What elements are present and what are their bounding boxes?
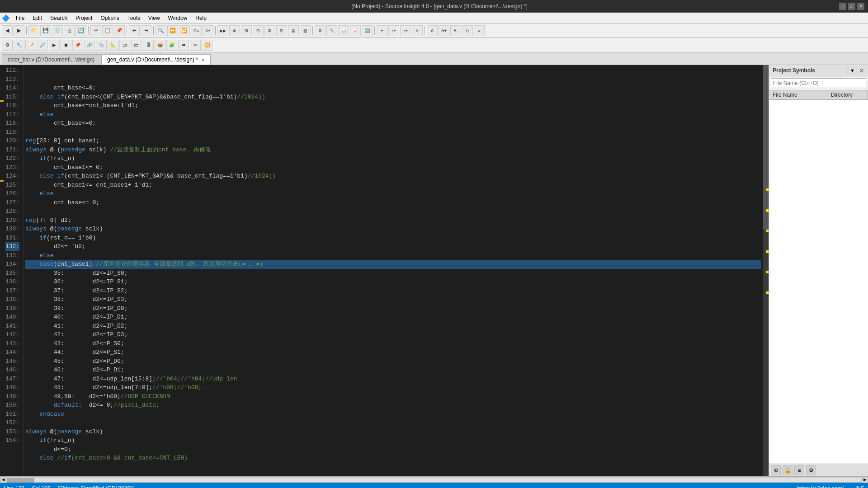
tb-btn-g[interactable]: ▤ — [288, 25, 299, 36]
code-line-128[interactable]: always @(posedge sclk) — [25, 225, 761, 234]
close-button[interactable]: ✕ — [857, 3, 864, 10]
tb2-btn-c[interactable]: 📝 — [25, 40, 36, 51]
tb-btn-m[interactable]: 🔤 — [362, 25, 373, 36]
code-line-112[interactable]: cnt_base<=0; — [25, 84, 761, 93]
minimap-scrollbar[interactable] — [763, 65, 769, 476]
code-line-118[interactable]: reg[23: 0] cnt_base1; — [25, 136, 761, 145]
col-header-directory[interactable]: Directory — [827, 90, 868, 99]
tb-btn-v[interactable]: ≡ — [474, 25, 485, 36]
tb-btn-i[interactable]: ⚙ — [315, 25, 326, 36]
tb-btn-q[interactable]: ✕ — [412, 25, 423, 36]
back-button[interactable]: ◀ — [2, 25, 13, 36]
tb-btn-n[interactable]: + — [377, 25, 387, 36]
code-line-142[interactable]: 44: d2<=P_S1; — [25, 348, 761, 357]
code-line-138[interactable]: 40: d2<=IP_D1; — [25, 313, 761, 322]
menu-tools[interactable]: Tools — [124, 14, 144, 22]
minimap-thumb[interactable] — [763, 65, 769, 230]
tb-btn-l[interactable]: 📈 — [350, 25, 361, 36]
scroll-thumb[interactable] — [7, 478, 34, 483]
tb2-btn-b[interactable]: 🔧 — [14, 40, 24, 51]
code-line-154[interactable]: else //if(cnt_base>0 && cnt_base<=CNT_LE… — [25, 454, 761, 463]
code-line-147[interactable]: 49,50: d2<='h00;//UDP CHECKNUM — [25, 392, 761, 401]
code-line-139[interactable]: 41: d2<=IP_D2; — [25, 322, 761, 331]
menu-search[interactable]: Search — [47, 14, 71, 22]
menu-edit[interactable]: Edit — [29, 14, 46, 22]
code-line-149[interactable]: endcase — [25, 410, 761, 419]
tb-btn-p[interactable]: ↓+ — [400, 25, 411, 36]
tb-btn-a[interactable]: ▶▶ — [217, 25, 228, 36]
menu-options[interactable]: Options — [97, 14, 123, 22]
rp-btn-c[interactable]: ≡ — [794, 465, 804, 475]
code-line-151[interactable]: always @(posedge sclk) — [25, 427, 761, 436]
code-line-119[interactable]: always @ (posedge sclk) //直接复制上面的cnt_bas… — [25, 145, 761, 155]
code-line-133[interactable]: 35: d2<=IP_S0; — [25, 269, 761, 278]
code-line-130[interactable]: d2<= 'b0; — [25, 242, 761, 251]
code-line-115[interactable]: else — [25, 110, 761, 119]
code-content[interactable]: cnt_base<=0; else if(cnt_base<(CNT_LEN+P… — [24, 65, 763, 476]
panel-dropdown-button[interactable]: ▼ — [848, 67, 857, 74]
tb-btn-r[interactable]: A — [427, 25, 438, 36]
code-line-137[interactable]: 39: d2<=IP_D0; — [25, 304, 761, 313]
tb2-btn-d[interactable]: 🔎 — [37, 40, 48, 51]
code-line-150[interactable] — [25, 418, 761, 427]
rp-btn-a[interactable]: ⟲ — [771, 465, 781, 475]
tb2-btn-g[interactable]: 📌 — [72, 40, 83, 51]
tb2-btn-k[interactable]: 🗂 — [119, 40, 130, 51]
code-line-124[interactable]: else — [25, 189, 761, 198]
code-line-145[interactable]: 47: d2<=udp_len[15:8];//'h04;//'h04;//ud… — [25, 375, 761, 384]
tb2-btn-i[interactable]: 📎 — [96, 40, 107, 51]
code-content-wrapper[interactable]: cnt_base<=0; else if(cnt_base<(CNT_LEN+P… — [24, 65, 763, 476]
tb2-btn-j[interactable]: 📐 — [108, 40, 118, 51]
tab-close-icon[interactable]: ✕ — [201, 57, 205, 62]
code-line-116[interactable]: cnt_base<=0; — [25, 119, 761, 128]
code-line-126[interactable] — [25, 207, 761, 216]
code-line-131[interactable]: else — [25, 251, 761, 260]
save-button[interactable]: 💾 — [40, 25, 51, 36]
tb-btn-k[interactable]: 📊 — [338, 25, 349, 36]
tb-btn-j[interactable]: 🔧 — [326, 25, 337, 36]
code-line-114[interactable]: cnt_base<=cnt_base+1'd1; — [25, 101, 761, 110]
tb2-btn-o[interactable]: 🧩 — [166, 40, 177, 51]
tb-btn-b[interactable]: ⊕ — [229, 25, 240, 36]
menu-window[interactable]: Window — [165, 14, 191, 22]
tb2-btn-q[interactable]: ⇦ — [190, 40, 201, 51]
code-line-148[interactable]: default: d2<= 0;//pixel_data; — [25, 401, 761, 410]
code-line-140[interactable]: 42: d2<=IP_D3; — [25, 330, 761, 339]
find-button[interactable]: 🔍 — [156, 25, 166, 36]
tb2-btn-m[interactable]: 🗄 — [143, 40, 154, 51]
save-all-button[interactable]: 💿 — [52, 25, 63, 36]
tb2-btn-p[interactable]: ⇒ — [178, 40, 189, 51]
maximize-button[interactable]: □ — [848, 3, 855, 10]
code-line-121[interactable]: cnt_base1<= 0; — [25, 163, 761, 172]
tb2-btn-e[interactable]: ▶ — [49, 40, 60, 51]
code-line-136[interactable]: 38: d2<=IP_S3; — [25, 295, 761, 304]
paste-button[interactable]: 📌 — [114, 25, 125, 36]
code-line-132[interactable]: case(cnt_base1) //原本这块的寄存器 全部都是到 d的. 直接剪… — [25, 260, 761, 269]
window-controls[interactable]: ─ □ ✕ — [839, 3, 864, 10]
scroll-right-button[interactable]: ▶ — [862, 477, 868, 483]
find-next-button[interactable]: ⏩ — [167, 25, 178, 36]
code-line-152[interactable]: if(!rst_n) — [25, 436, 761, 445]
tb-btn-d[interactable]: ⊟ — [253, 25, 264, 36]
code-line-113[interactable]: else if(cnt_base<(CNT_LEN+PKT_GAP)&&base… — [25, 93, 761, 102]
menu-file[interactable]: File — [12, 14, 28, 22]
tab-gen-data[interactable]: gen_data.v (D:\Document\...\design) * ✕ — [101, 54, 211, 65]
code-line-127[interactable]: reg[7: 0] d2; — [25, 216, 761, 225]
code-line-117[interactable] — [25, 128, 761, 137]
tb-btn-t[interactable]: A- — [450, 25, 461, 36]
code-line-134[interactable]: 36: d2<=IP_S1; — [25, 277, 761, 286]
tb2-btn-n[interactable]: 📦 — [155, 40, 165, 51]
code-line-123[interactable]: cnt_base1<= cnt_base1+ 1'd1; — [25, 181, 761, 190]
code-line-144[interactable]: 46: d2<=P_D1; — [25, 366, 761, 375]
code-editor[interactable]: 112:113:114:115:116:117:118:119:120:121:… — [0, 65, 769, 476]
open-button[interactable]: 📁 — [28, 25, 39, 36]
tb-btn-e[interactable]: ⊠ — [264, 25, 275, 36]
tb-btn-s[interactable]: A+ — [439, 25, 449, 36]
rp-btn-d[interactable]: ⚙ — [806, 465, 816, 475]
menu-view[interactable]: View — [145, 14, 164, 22]
code-line-120[interactable]: if(!rst_n) — [25, 154, 761, 163]
minimize-button[interactable]: ─ — [839, 3, 846, 10]
code-line-135[interactable]: 37: d2<=IP_S2; — [25, 286, 761, 296]
menu-project[interactable]: Project — [72, 14, 96, 22]
forward-button[interactable]: ▶ — [14, 25, 24, 36]
